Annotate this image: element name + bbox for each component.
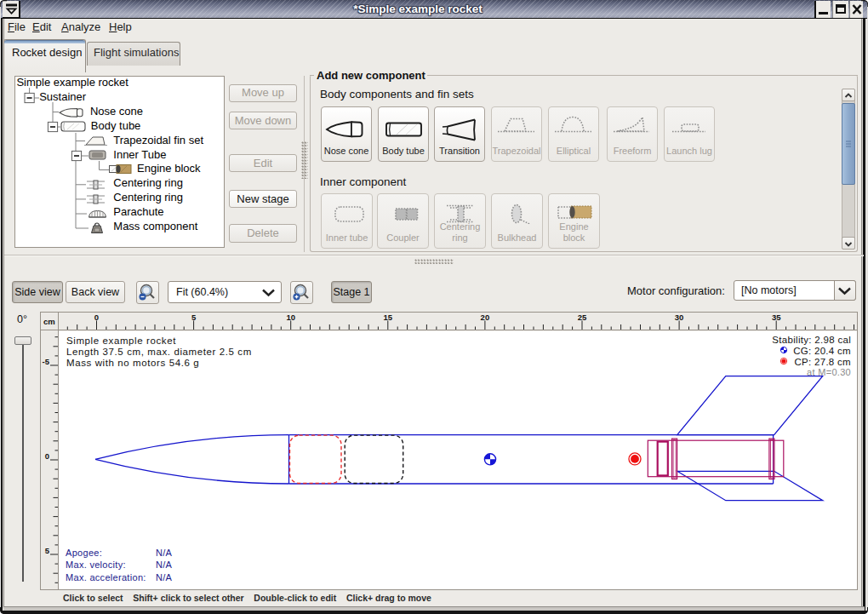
svg-text:0: 0 — [45, 451, 49, 461]
svg-text:15: 15 — [384, 313, 393, 322]
svg-text:5: 5 — [45, 546, 50, 555]
svg-text:20: 20 — [481, 313, 490, 322]
svg-text:30: 30 — [675, 313, 684, 322]
svg-text:-5: -5 — [43, 357, 50, 366]
svg-text:0: 0 — [94, 313, 99, 322]
svg-text:5: 5 — [191, 313, 197, 322]
svg-text:10: 10 — [286, 313, 295, 322]
svg-text:35: 35 — [772, 313, 781, 322]
svg-text:25: 25 — [578, 313, 587, 322]
